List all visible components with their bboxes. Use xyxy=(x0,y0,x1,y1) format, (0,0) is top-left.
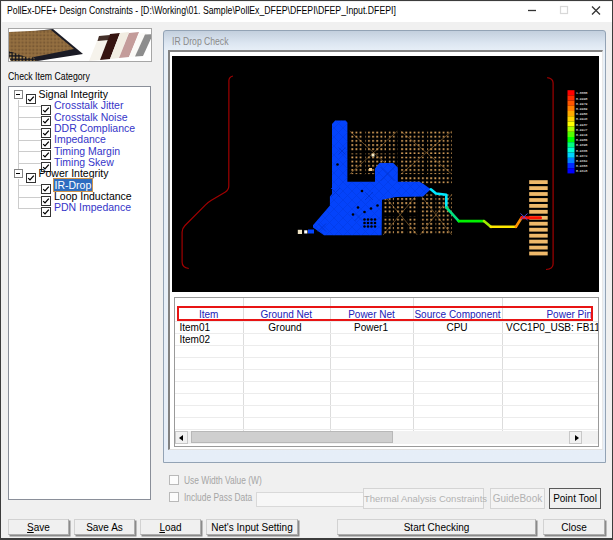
svg-text:0.9979: 0.9979 xyxy=(576,102,588,106)
svg-text:0.9948: 0.9948 xyxy=(576,117,588,121)
svg-text:0.9927: 0.9927 xyxy=(576,128,588,132)
svg-text:0.9906: 0.9906 xyxy=(576,138,588,142)
svg-text:1.0000: 1.0000 xyxy=(576,91,588,95)
svg-text:0.9969: 0.9969 xyxy=(576,107,588,111)
svg-text:0.9958: 0.9958 xyxy=(576,112,588,116)
svg-text:0.9874: 0.9874 xyxy=(576,154,588,158)
svg-text:0.9853: 0.9853 xyxy=(576,164,588,168)
svg-text:0.9885: 0.9885 xyxy=(576,149,588,153)
svg-text:0.9864: 0.9864 xyxy=(576,159,588,163)
svg-text:0.9895: 0.9895 xyxy=(576,143,588,147)
svg-text:0.9937: 0.9937 xyxy=(576,123,588,127)
svg-text:0.9843: 0.9843 xyxy=(576,169,588,173)
svg-text:0.9990: 0.9990 xyxy=(576,97,588,101)
svg-text:0.9916: 0.9916 xyxy=(576,133,588,137)
